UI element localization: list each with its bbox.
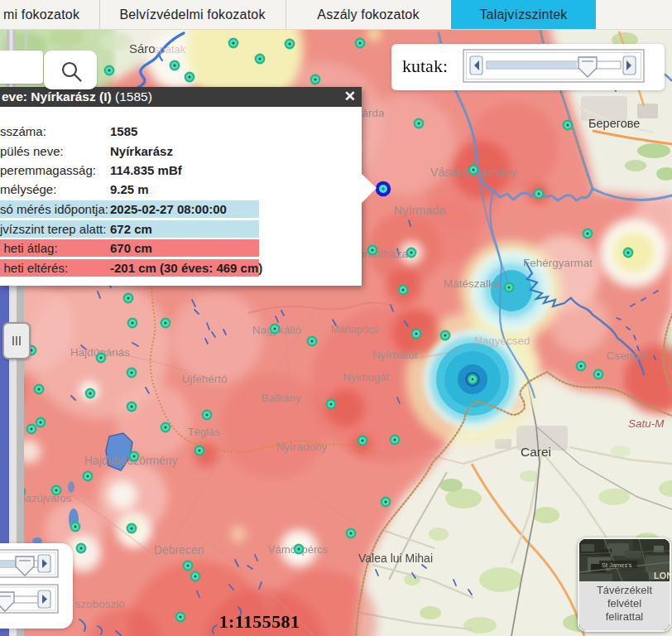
svg-text:Nyirbogát: Nyirbogát [343,371,390,383]
svg-text:Balkány: Balkány [262,392,301,404]
svg-text:spatak: spatak [154,43,186,55]
svg-text:lórántháza: lórántháza [356,248,409,260]
svg-text:Fehérgyarmat: Fehérgyarmat [523,257,593,269]
svg-text:Берегове: Берегове [588,117,640,130]
svg-text:Carei: Carei [521,445,551,459]
svg-text:Újfehértó: Újfehértó [182,373,228,385]
svg-text:Mátészalka: Mátészalka [444,277,501,290]
svg-text:Nyíradony: Nyíradony [276,441,328,453]
svg-text:Valea lui Mihai: Valea lui Mihai [358,552,433,565]
svg-text:St James's: St James's [602,561,632,569]
svg-text:Téglás: Téglás [188,426,221,438]
svg-text:Nagyecsed: Nagyecsed [474,335,530,347]
svg-text:Debrecen: Debrecen [154,543,204,556]
svg-text:Máriapócs: Máriapócs [331,324,379,335]
svg-text:Csenger: Csenger [607,349,650,362]
svg-text:LON: LON [654,571,670,581]
svg-text:Sáro: Sáro [129,41,156,55]
svg-text:Satu-M: Satu-M [628,417,665,430]
svg-text:Nyírbátor: Nyírbátor [372,349,419,361]
svg-text:Nyírmada: Nyírmada [394,204,447,217]
svg-text:szoboszló: szoboszló [75,598,125,610]
